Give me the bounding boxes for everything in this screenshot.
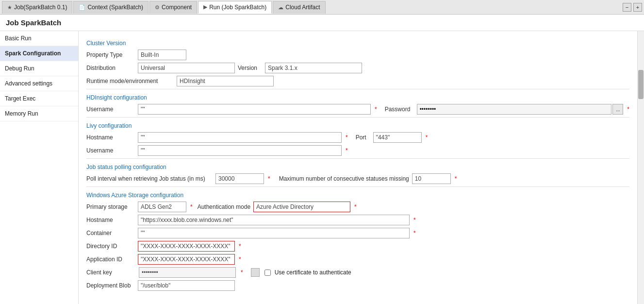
azure-hostname-label: Hostname <box>86 217 135 223</box>
application-id-row: Application ID * <box>86 254 629 265</box>
property-type-row: Property Type <box>86 50 629 60</box>
runtime-mode-input[interactable] <box>177 76 274 86</box>
auth-mode-input[interactable] <box>253 202 350 212</box>
tab-component[interactable]: ⚙ Component <box>149 1 197 14</box>
distribution-label: Distribution <box>86 65 135 71</box>
form-area: Cluster Version Property Type Distributi… <box>79 31 637 304</box>
version-input[interactable] <box>265 63 362 73</box>
client-key-label: Client key <box>86 269 135 276</box>
scrollbar-thumb[interactable] <box>638 70 644 99</box>
username-input[interactable] <box>138 104 371 115</box>
password-label: Password <box>385 106 414 113</box>
primary-storage-input[interactable] <box>138 202 186 212</box>
runtime-mode-label: Runtime mode/environment <box>86 78 174 84</box>
livy-hostname-input[interactable] <box>138 132 342 143</box>
distribution-row: Distribution Version <box>86 63 629 73</box>
auth-mode-required: * <box>354 203 357 210</box>
sidebar-item-memory-run[interactable]: Memory Run <box>0 106 78 121</box>
max-consecutive-label: Maximum number of consecutive statuses m… <box>279 175 409 182</box>
port-required: * <box>426 134 428 141</box>
property-type-label: Property Type <box>86 51 135 58</box>
application-id-input[interactable] <box>138 254 235 265</box>
tab-job-label: Job(SparkBatch 0.1) <box>14 4 67 11</box>
maximize-button[interactable]: + <box>633 3 642 12</box>
container-row: Container * <box>86 228 629 238</box>
password-required: * <box>627 106 629 113</box>
livy-username-required: * <box>346 147 348 154</box>
cluster-version-header: Cluster Version <box>86 40 629 47</box>
container-input[interactable] <box>138 228 410 238</box>
tab-job[interactable]: ★ Job(SparkBatch 0.1) <box>2 1 72 14</box>
sidebar-item-debug-run[interactable]: Debug Run <box>0 61 78 76</box>
username-required: * <box>375 106 377 113</box>
client-key-row: Client key * Use certificate to authenti… <box>86 267 629 278</box>
cloud-icon: ☁ <box>278 4 283 11</box>
primary-storage-label: Primary storage <box>86 203 135 210</box>
azure-hostname-required: * <box>413 217 416 223</box>
directory-id-input[interactable] <box>138 241 235 252</box>
sidebar: Basic Run Spark Configuration Debug Run … <box>0 31 79 304</box>
azure-hostname-input[interactable] <box>138 215 410 225</box>
deployment-blob-label: Deployment Blob <box>86 282 135 289</box>
hdinsight-username-row: Username * Password ... * <box>86 104 629 115</box>
tab-controls: − + <box>623 3 642 12</box>
max-consecutive-input[interactable] <box>412 173 451 184</box>
password-input[interactable] <box>417 104 612 115</box>
sidebar-item-basic-run[interactable]: Basic Run <box>0 31 78 46</box>
client-key-required: * <box>241 269 243 276</box>
doc-icon: 📄 <box>79 4 85 11</box>
content-area: Basic Run Spark Configuration Debug Run … <box>0 31 644 304</box>
hdinsight-section-header: HDInsight configuration <box>86 94 629 101</box>
livy-username-label: Username <box>86 147 135 154</box>
use-certificate-label: Use certificate to authenticate <box>275 269 351 276</box>
gear-icon: ⚙ <box>155 4 160 11</box>
sidebar-item-advanced-settings[interactable]: Advanced settings <box>0 76 78 91</box>
poll-interval-input[interactable] <box>215 173 264 184</box>
tab-bar: ★ Job(SparkBatch 0.1) 📄 Context (SparkBa… <box>0 0 644 15</box>
livy-username-input[interactable] <box>138 145 342 156</box>
main-container: Job SparkBatch Basic Run Spark Configura… <box>0 15 644 304</box>
tab-run[interactable]: ▶ Run (Job SparkBatch) <box>198 1 272 14</box>
cert-toggle-icon <box>251 268 260 277</box>
poll-interval-row: Poll interval when retrieving Job status… <box>86 173 629 184</box>
port-input[interactable] <box>373 132 422 143</box>
run-icon: ▶ <box>203 4 207 10</box>
primary-storage-row: Primary storage * Authentication mode * <box>86 202 629 212</box>
directory-id-label: Directory ID <box>86 243 135 250</box>
tab-cloud[interactable]: ☁ Cloud Artifact <box>273 1 325 14</box>
tab-context[interactable]: 📄 Context (SparkBatch) <box>73 1 149 14</box>
tab-component-label: Component <box>162 4 192 11</box>
sidebar-item-target-exec[interactable]: Target Exec <box>0 91 78 106</box>
application-id-required: * <box>239 256 241 263</box>
sidebar-item-spark-config[interactable]: Spark Configuration <box>0 46 78 61</box>
tab-run-label: Run (Job SparkBatch) <box>209 4 266 11</box>
username-label: Username <box>86 106 135 113</box>
scrollbar-track <box>637 31 644 304</box>
max-consecutive-required: * <box>455 175 457 182</box>
distribution-input[interactable] <box>138 63 235 73</box>
container-required: * <box>413 230 416 236</box>
livy-hostname-row: Hostname * Port * <box>86 132 629 143</box>
minimize-button[interactable]: − <box>623 3 631 12</box>
property-type-input[interactable] <box>138 50 186 60</box>
livy-username-row: Username * <box>86 145 629 156</box>
auth-mode-label: Authentication mode <box>198 203 250 210</box>
livy-hostname-label: Hostname <box>86 134 135 141</box>
container-label: Container <box>86 230 135 236</box>
job-status-section-header: Job status polling configuration <box>86 164 629 170</box>
poll-interval-label: Poll interval when retrieving Job status… <box>86 175 213 182</box>
livy-hostname-required: * <box>346 134 348 141</box>
directory-id-required: * <box>239 243 241 250</box>
runtime-mode-row: Runtime mode/environment <box>86 76 629 86</box>
deployment-blob-row: Deployment Blob <box>86 280 629 291</box>
deployment-blob-input[interactable] <box>138 280 235 291</box>
windows-azure-section-header: Windows Azure Storage configuration <box>86 192 629 199</box>
password-browse-button[interactable]: ... <box>612 104 623 115</box>
client-key-input[interactable] <box>139 267 236 278</box>
page-title: Job SparkBatch <box>0 15 644 31</box>
primary-storage-required: * <box>190 203 193 210</box>
star-icon: ★ <box>7 4 12 11</box>
tab-cloud-label: Cloud Artifact <box>285 4 320 11</box>
livy-section-header: Livy configuration <box>86 122 629 129</box>
use-certificate-checkbox[interactable] <box>264 270 271 276</box>
